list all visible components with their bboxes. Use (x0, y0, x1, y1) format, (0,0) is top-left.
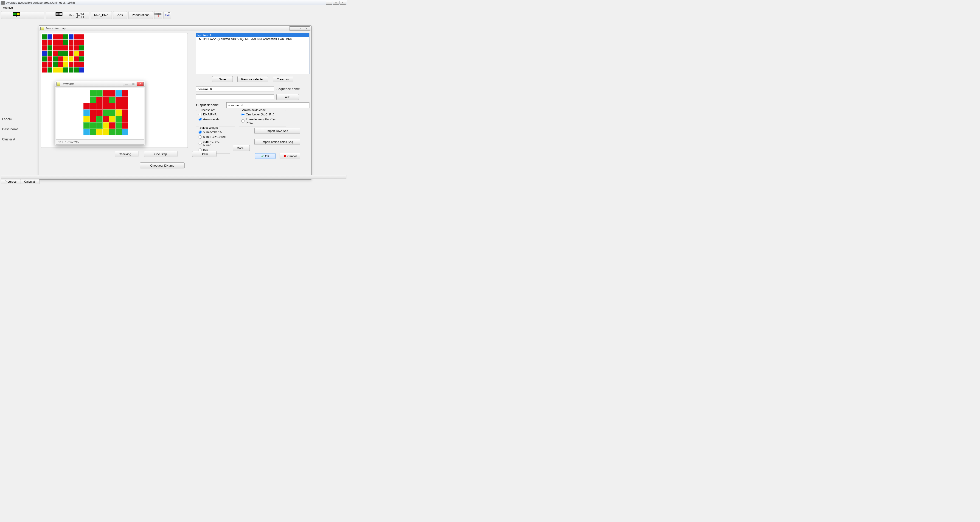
grid-cell (58, 40, 63, 45)
draw-cell (109, 116, 116, 122)
grid-cell (42, 40, 47, 45)
grid-cell (68, 56, 74, 62)
radio-dna-rna[interactable]: DNA/RNA (199, 113, 232, 116)
aa-code-group: Amino acids code One Letter (A, C, F...)… (239, 110, 286, 127)
grid-cell (58, 56, 63, 62)
fcm-minimize-button[interactable]: — (289, 26, 296, 30)
grid-cell (79, 51, 84, 56)
chequear-dname-button[interactable]: Chequear DName (140, 162, 185, 168)
grid-cell (52, 62, 58, 67)
grid-cell (47, 40, 52, 45)
map-button[interactable]: Map (1, 11, 44, 19)
output-filename-input[interactable] (226, 102, 309, 108)
close-button[interactable]: ✕ (339, 1, 346, 5)
grid-cell (68, 45, 74, 51)
aas-button[interactable]: AAs (113, 11, 127, 19)
grid-cell (47, 34, 52, 40)
draw-cell (103, 129, 109, 135)
drawform-grid (83, 90, 128, 135)
fcm-maximize-button[interactable]: ▭ (296, 26, 303, 30)
bottom-tabs: Progress Calculati (1, 179, 40, 184)
window-title: Average accessible surface area (Janin e… (6, 1, 326, 4)
radio-weight-0[interactable]: sum-Amber95 (199, 130, 228, 134)
more-button[interactable]: More... (233, 145, 250, 151)
radio-amino-acids[interactable]: Amino acids (199, 117, 232, 121)
rna-dna-button[interactable]: RNA_DNA (91, 11, 112, 19)
radio-weight-2[interactable]: sum-FCPAC buried (199, 140, 228, 147)
draw-button[interactable]: Draw (192, 151, 216, 157)
tab-progress[interactable]: Progress (1, 179, 21, 184)
import-aa-button[interactable]: Import amino acids Seq (255, 139, 300, 145)
grid-cell (52, 40, 58, 45)
draw-cell (109, 90, 116, 97)
x-icon: ✖ (283, 154, 286, 158)
drawform-minimize-button[interactable]: — (123, 82, 130, 86)
maximize-button[interactable]: ▭ (332, 1, 339, 5)
toolbar: Map Tree RNA_DNA AAs Ponderations CODE ⬇… (0, 10, 347, 20)
draw-cell (83, 97, 90, 103)
radio-one-letter[interactable]: One Letter (A, C, F...) (241, 113, 283, 116)
exit-button[interactable]: Exit (164, 11, 171, 19)
grid-cell (74, 62, 79, 67)
grid-cell (68, 62, 74, 67)
tree-icon (75, 13, 86, 19)
add-input[interactable] (196, 94, 274, 100)
ponderations-label: Ponderations (132, 13, 150, 17)
cancel-button[interactable]: ✖Cancel (280, 153, 300, 159)
sequence-header[interactable]: >protein_1 (196, 33, 309, 37)
grid-cell (68, 67, 74, 73)
draw-cell (116, 116, 122, 122)
radio-three-letter[interactable]: Three letters (Ala, Cys, Phe.. (241, 117, 283, 124)
draw-cell (83, 122, 90, 129)
aa-code-legend: Amino acids code (241, 108, 267, 112)
code-button[interactable]: CODE ⬇ (154, 11, 162, 19)
tab-calculations[interactable]: Calculati (21, 179, 40, 184)
grid-cell (74, 34, 79, 40)
grid-cell (68, 51, 74, 56)
tree-button[interactable]: Tree (46, 11, 89, 19)
save-button[interactable]: Save (212, 76, 233, 82)
drawform-maximize-button[interactable]: ▭ (130, 82, 137, 86)
draw-cell (116, 103, 122, 109)
drawform-status: [111 , 1 color 215 (56, 140, 144, 144)
ok-button[interactable]: ✔OK (255, 153, 275, 159)
case-name-label: Case name: (2, 127, 19, 131)
draw-cell (90, 103, 96, 109)
one-step-button[interactable]: One Step (144, 151, 177, 157)
sequence-body[interactable]: TMITDSLAVVLQRRDWENPGVTQLNRLAAHPPFASWRNSE… (196, 37, 309, 41)
fcm-close-button[interactable]: ✕ (303, 26, 310, 30)
grid-cell (42, 67, 47, 73)
draw-cell (90, 109, 96, 116)
fcm-title: Four color map (45, 27, 288, 30)
drawform-close-button[interactable]: ✕ (137, 82, 144, 86)
draw-cell (96, 116, 103, 122)
add-button[interactable]: Add (277, 94, 299, 100)
grid-cell (63, 40, 68, 45)
draw-cell (90, 122, 96, 129)
main-window: Average accessible surface area (Janin e… (0, 0, 347, 185)
draw-cell (122, 116, 128, 122)
aas-label: AAs (117, 13, 123, 17)
draw-cell (90, 129, 96, 135)
draw-cell (116, 90, 122, 97)
clear-box-button[interactable]: Clear box (273, 76, 293, 82)
draw-cell (96, 90, 103, 97)
ponderations-button[interactable]: Ponderations (128, 11, 153, 19)
grid-cell (47, 62, 52, 67)
draw-cell (122, 90, 128, 97)
remove-selected-button[interactable]: Remove selected (237, 76, 268, 82)
grid-cell (74, 45, 79, 51)
draw-cell (116, 97, 122, 103)
radio-weight-1[interactable]: sum-FCPAC free (199, 135, 228, 139)
svg-rect-0 (82, 13, 84, 15)
menu-file[interactable]: Archivo (1, 5, 15, 10)
sequence-listbox[interactable]: >protein_1 TMITDSLAVVLQRRDWENPGVTQLNRLAA… (196, 33, 309, 74)
import-dna-button[interactable]: Import DNA Seq (255, 128, 300, 134)
checking-button[interactable]: Checking ... (115, 151, 138, 157)
sequence-name-input[interactable] (196, 86, 274, 92)
minimize-button[interactable]: — (326, 1, 332, 5)
tree-color-icon (47, 13, 61, 18)
drawform-title: Drawform (62, 82, 122, 86)
grid-cell (47, 67, 52, 73)
grid-cell (58, 67, 63, 73)
